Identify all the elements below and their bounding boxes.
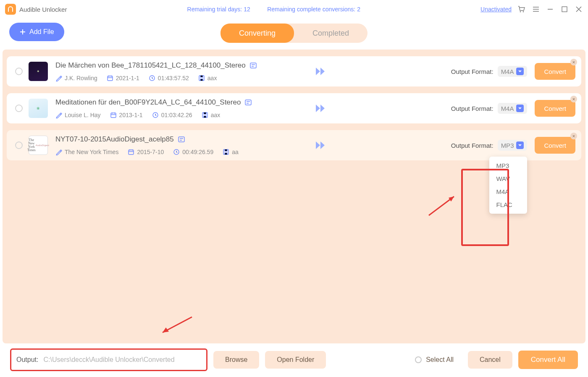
remove-item-icon[interactable]: × <box>570 59 577 65</box>
format-option-mp3[interactable]: MP3 <box>489 159 527 172</box>
format-select[interactable]: M4A <box>498 66 528 77</box>
add-file-label: Add File <box>29 28 54 36</box>
double-arrow-icon <box>314 67 326 76</box>
double-arrow-icon <box>314 141 326 150</box>
remove-item-icon[interactable]: × <box>570 133 577 139</box>
cover-thumbnail: ❀ <box>29 99 48 118</box>
app-logo <box>5 4 16 15</box>
item-author: J.K. Rowling <box>65 75 97 81</box>
output-format-label: Output Format: <box>451 105 494 112</box>
double-arrow-icon <box>314 104 326 113</box>
subtitle-icon <box>250 62 257 69</box>
item-title: Die Märchen von Bee_1781105421_LC_128_44… <box>55 61 246 70</box>
menu-icon[interactable] <box>532 5 540 13</box>
item-checkbox[interactable] <box>15 68 23 75</box>
item-date: 2015-7-10 <box>137 149 164 155</box>
item-date: 2021-1-1 <box>116 75 139 81</box>
select-all-label: Select All <box>426 356 454 364</box>
svg-marker-8 <box>449 196 454 202</box>
item-checkbox[interactable] <box>15 105 23 112</box>
minimize-icon[interactable] <box>546 5 554 13</box>
remove-item-icon[interactable]: × <box>570 96 577 102</box>
unactivated-link[interactable]: Unactivated <box>480 6 512 13</box>
chevron-down-icon <box>516 141 524 149</box>
format-select[interactable]: M4A <box>498 103 528 114</box>
cancel-button[interactable]: Cancel <box>468 351 512 369</box>
tab-completed[interactable]: Completed <box>294 24 368 43</box>
file-item: × ❀ Meditationen für den_B00F9Y2L4A_LC_6… <box>7 93 581 123</box>
format-option-m4a[interactable]: M4A <box>489 185 527 198</box>
output-format-label: Output Format: <box>451 68 494 75</box>
cart-icon[interactable] <box>517 5 526 13</box>
cover-thumbnail: TheNew YorkTimesAudioDigest <box>29 136 48 155</box>
close-icon[interactable] <box>575 5 583 13</box>
annotation-arrow-icon <box>427 192 460 217</box>
item-duration: 01:43:57.52 <box>158 75 189 81</box>
subtitle-icon <box>245 99 252 106</box>
file-item: × ✦ Die Märchen von Bee_1781105421_LC_12… <box>7 56 581 86</box>
chevron-down-icon <box>516 105 524 112</box>
item-title: Meditationen für den_B00F9Y2L4A_LC_64_44… <box>55 98 241 107</box>
convert-button[interactable]: Convert <box>535 63 575 80</box>
format-option-flac[interactable]: FLAC <box>489 198 527 211</box>
item-date: 2013-1-1 <box>119 112 143 118</box>
subtitle-icon <box>178 136 185 143</box>
output-label: Output: <box>16 356 38 364</box>
annotation-arrow-icon <box>156 315 194 336</box>
browse-button[interactable]: Browse <box>213 351 259 369</box>
item-duration: 01:03:42.26 <box>161 112 192 118</box>
item-author: The New York Times <box>65 149 118 155</box>
svg-marker-10 <box>163 327 169 332</box>
maximize-icon[interactable] <box>560 5 569 13</box>
svg-line-9 <box>163 317 192 332</box>
add-file-button[interactable]: Add File <box>9 23 64 41</box>
format-value: M4A <box>501 68 514 75</box>
item-ext: aa <box>232 149 239 155</box>
open-folder-button[interactable]: Open Folder <box>265 351 326 369</box>
item-duration: 00:49:26.59 <box>182 149 213 155</box>
output-path[interactable]: C:\Users\decck\Audible Unlocker\Converte… <box>43 356 174 364</box>
format-option-wav[interactable]: WAV <box>489 172 527 185</box>
remaining-conversions-label: Remaining complete conversions: 2 <box>267 6 360 13</box>
trial-days-label: Remaining trial days: 12 <box>187 6 250 13</box>
app-title: Audible Unlocker <box>19 6 67 13</box>
svg-line-7 <box>429 196 454 215</box>
item-ext: aax <box>207 75 217 81</box>
output-path-group: Output: C:\Users\decck\Audible Unlocker\… <box>10 348 207 371</box>
tab-converting[interactable]: Converting <box>220 24 294 43</box>
cover-thumbnail: ✦ <box>29 62 48 81</box>
select-all-checkbox[interactable] <box>415 356 422 363</box>
format-select[interactable]: MP3 MP3 WAV M4A FLAC <box>498 140 528 151</box>
output-format-label: Output Format: <box>451 142 494 149</box>
convert-all-button[interactable]: Convert All <box>518 351 578 369</box>
format-value: MP3 <box>501 142 514 149</box>
format-value: M4A <box>501 105 514 112</box>
format-dropdown: MP3 WAV M4A FLAC <box>489 157 527 214</box>
convert-button[interactable]: Convert <box>535 100 575 117</box>
item-title: NYT07-10-2015AudioDigest_acelp85 <box>55 135 174 144</box>
chevron-down-icon <box>516 68 524 75</box>
item-author: Louise L. Hay <box>65 112 101 118</box>
file-item: × TheNew YorkTimesAudioDigest NYT07-10-2… <box>7 130 581 160</box>
item-checkbox[interactable] <box>15 141 23 149</box>
item-ext: aax <box>211 112 220 118</box>
convert-button[interactable]: Convert <box>535 137 575 154</box>
